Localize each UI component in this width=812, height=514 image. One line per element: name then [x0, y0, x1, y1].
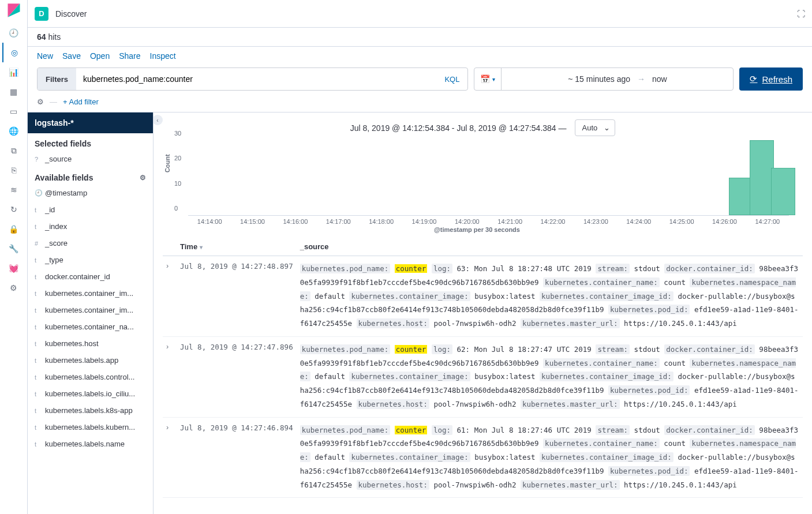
available-fields-header: Available fields ⚙	[28, 167, 153, 185]
source-cell: kubernetes.pod_name: counter log: 61: Mo…	[297, 417, 803, 498]
management-icon[interactable]: ⚙	[2, 278, 25, 298]
kibana-logo-icon[interactable]	[6, 2, 22, 18]
query-language-label[interactable]: KQL	[436, 75, 467, 84]
index-pattern-selector[interactable]: logstash-*	[28, 112, 153, 133]
query-filter-box: Filters KQL	[37, 67, 468, 91]
fullscreen-icon[interactable]: ⛶	[797, 9, 805, 18]
field-item[interactable]: tkubernetes.container_im...	[28, 302, 153, 318]
field-item[interactable]: 🕘@timestamp	[28, 185, 153, 201]
save-link[interactable]: Save	[62, 51, 81, 61]
discover-icon[interactable]: ◎	[2, 43, 25, 62]
logs-icon[interactable]: ⎘	[2, 160, 25, 180]
field-name-label: docker.container_id	[45, 272, 110, 281]
filter-row: ⚙ — + Add filter	[28, 95, 812, 112]
xtick: 14:20:00	[455, 218, 480, 225]
field-item[interactable]: tkubernetes.host	[28, 335, 153, 352]
field-type-icon: t	[35, 307, 40, 314]
chart-header: Jul 8, 2019 @ 14:12:54.384 - Jul 8, 2019…	[154, 112, 812, 138]
histogram-bar[interactable]	[771, 168, 795, 215]
field-name-label: _type	[45, 256, 63, 264]
date-from: ~ 15 minutes ago	[568, 74, 630, 84]
expand-row-icon[interactable]: ›	[163, 417, 177, 498]
field-item[interactable]: tkubernetes.labels.name	[28, 436, 153, 452]
inspect-link[interactable]: Inspect	[150, 51, 176, 61]
add-filter-link[interactable]: + Add filter	[63, 97, 99, 106]
hits-label: hits	[48, 32, 61, 42]
field-item[interactable]: tkubernetes.labels.k8s-app	[28, 402, 153, 419]
field-item[interactable]: ?_source	[28, 151, 153, 167]
field-type-icon: t	[35, 374, 40, 381]
devtools-icon[interactable]: 🔧	[2, 239, 25, 258]
ytick: 10	[174, 180, 181, 187]
security-icon[interactable]: 🔒	[2, 219, 25, 239]
field-item[interactable]: t_index	[28, 218, 153, 235]
filters-label: Filters	[38, 68, 76, 90]
dashboard-icon[interactable]: ▦	[2, 82, 25, 102]
field-type-icon: t	[35, 324, 40, 331]
field-item[interactable]: tkubernetes.container_na...	[28, 318, 153, 335]
field-name-label: kubernetes.host	[45, 339, 99, 348]
col-time-header[interactable]: Time ▾	[177, 238, 297, 256]
expand-row-icon[interactable]: ›	[163, 336, 177, 417]
fields-gear-icon[interactable]: ⚙	[140, 174, 146, 182]
chart-ylabel: Count	[164, 154, 171, 172]
field-name-label: kubernetes.labels.control...	[45, 373, 134, 381]
refresh-button[interactable]: ⟳ Refresh	[739, 67, 803, 91]
field-item[interactable]: t_type	[28, 252, 153, 268]
field-name-label: kubernetes.labels.io_ciliu...	[45, 389, 135, 398]
table-row: ›Jul 8, 2019 @ 14:27:48.897kubernetes.po…	[163, 256, 803, 337]
xtick: 14:16:00	[283, 218, 308, 225]
page-title: Discover	[55, 9, 87, 18]
field-item[interactable]: tdocker.container_id	[28, 268, 153, 285]
field-type-icon: t	[35, 223, 40, 230]
xtick: 14:18:00	[369, 218, 394, 225]
query-input[interactable]	[76, 68, 436, 90]
field-item[interactable]: tkubernetes.labels.app	[28, 352, 153, 369]
share-link[interactable]: Share	[119, 51, 140, 61]
uptime-icon[interactable]: ↻	[2, 200, 25, 219]
field-type-icon: t	[35, 273, 40, 280]
field-item[interactable]: t_id	[28, 201, 153, 218]
fields-panel: logstash-* Selected fields ?_source Avai…	[28, 112, 154, 514]
xtick: 14:26:00	[712, 218, 737, 225]
expand-row-icon[interactable]: ›	[163, 256, 177, 337]
field-item[interactable]: #_score	[28, 235, 153, 252]
date-picker[interactable]: 📅 ▾ ~ 15 minutes ago → now	[474, 67, 734, 91]
field-item[interactable]: tkubernetes.labels.control...	[28, 369, 153, 385]
content-area: Jul 8, 2019 @ 14:12:54.384 - Jul 8, 2019…	[154, 112, 812, 514]
field-item[interactable]: tkubernetes.labels.io_ciliu...	[28, 385, 153, 402]
field-name-label: kubernetes.container_na...	[45, 322, 134, 331]
calendar-icon[interactable]: 📅 ▾	[474, 68, 502, 90]
filter-settings-icon[interactable]: ⚙	[37, 97, 44, 106]
visualize-icon[interactable]: 📊	[2, 62, 25, 82]
xtick: 14:14:00	[197, 218, 222, 225]
clock-icon[interactable]: 🕘	[2, 23, 25, 43]
field-item[interactable]: tkubernetes.labels.kubern...	[28, 419, 153, 436]
xtick: 14:23:00	[583, 218, 608, 225]
infra-icon[interactable]: ⧉	[2, 141, 25, 160]
time-range-label: Jul 8, 2019 @ 14:12:54.384 - Jul 8, 2019…	[350, 123, 567, 133]
monitoring-icon[interactable]: 💓	[2, 258, 25, 278]
field-type-icon: t	[35, 391, 40, 397]
interval-select[interactable]: Auto ⌄	[575, 119, 616, 136]
source-cell: kubernetes.pod_name: counter log: 62: Mo…	[297, 336, 803, 417]
open-link[interactable]: Open	[90, 51, 110, 61]
xtick: 14:17:00	[326, 218, 351, 225]
arrow-right-icon: →	[637, 74, 645, 84]
app-badge: D	[35, 7, 48, 21]
xtick: 14:21:00	[497, 218, 522, 225]
query-row: Filters KQL 📅 ▾ ~ 15 minutes ago → now ⟳…	[28, 63, 812, 95]
apm-icon[interactable]: ≋	[2, 180, 25, 200]
field-name-label: kubernetes.labels.app	[45, 356, 118, 365]
new-link[interactable]: New	[37, 51, 53, 61]
xtick: 14:22:00	[541, 218, 566, 225]
maps-icon[interactable]: 🌐	[2, 121, 25, 141]
field-type-icon: t	[35, 441, 40, 448]
time-cell: Jul 8, 2019 @ 14:27:48.897	[177, 256, 297, 337]
field-type-icon: t	[35, 290, 40, 297]
field-name-label: _source	[45, 155, 72, 163]
field-item[interactable]: tkubernetes.container_im...	[28, 285, 153, 302]
canvas-icon[interactable]: ▭	[2, 102, 25, 121]
field-type-icon: t	[35, 207, 40, 213]
time-cell: Jul 8, 2019 @ 14:27:47.896	[177, 336, 297, 417]
